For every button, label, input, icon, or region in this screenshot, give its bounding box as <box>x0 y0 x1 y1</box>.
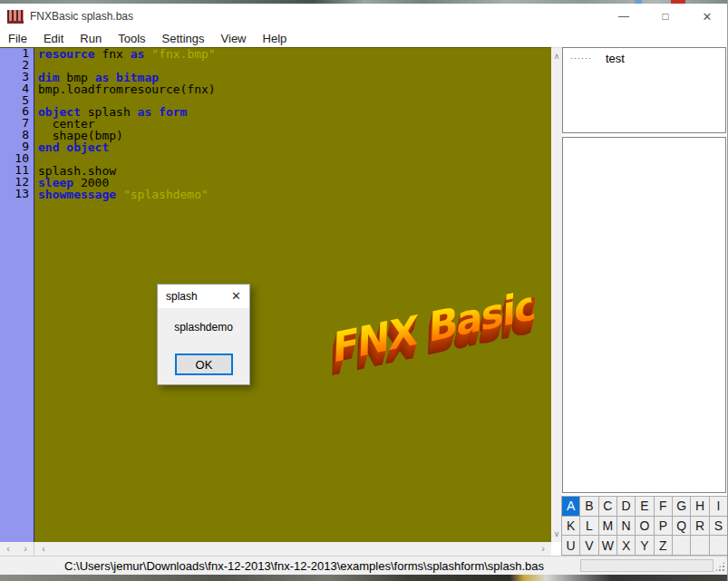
code-line[interactable]: bmp.loadfromresource(fnx) <box>38 84 216 96</box>
background-desktop-strip <box>0 575 728 581</box>
scroll-left-icon[interactable]: ‹ <box>37 542 50 556</box>
letter-cell-s[interactable]: S <box>710 517 727 536</box>
file-path-text: C:\Users\jemur\Downloads\fnx-12-2013\fnx… <box>0 559 551 573</box>
letter-cell-u[interactable]: U <box>562 536 579 555</box>
editor-vertical-scrollbar[interactable]: ∧ ∨ <box>551 47 562 542</box>
letter-cell-e[interactable]: E <box>636 497 653 516</box>
ok-button[interactable]: OK <box>175 353 233 375</box>
letter-cell-b[interactable]: B <box>580 497 597 516</box>
letter-cell-l[interactable]: L <box>580 517 597 536</box>
letter-cell-h[interactable]: H <box>691 497 708 516</box>
maximize-icon: □ <box>662 10 668 23</box>
status-bar: C:\Users\jemur\Downloads\fnx-12-2013\fnx… <box>0 556 728 575</box>
letter-cell-i[interactable]: I <box>710 497 727 516</box>
menu-item-tools[interactable]: Tools <box>110 30 153 47</box>
resize-grip[interactable] <box>714 561 725 572</box>
letter-cell-y[interactable]: Y <box>636 536 653 555</box>
code-line[interactable]: showmessage "splashdemo" <box>38 189 216 201</box>
letter-cell-d[interactable]: D <box>617 497 635 516</box>
letter-cell-k[interactable]: K <box>562 517 579 536</box>
letter-cell-m[interactable]: M <box>599 517 616 536</box>
menu-item-help[interactable]: Help <box>255 30 296 47</box>
letter-cell-z[interactable]: Z <box>655 536 672 555</box>
menu-item-edit[interactable]: Edit <box>35 30 72 47</box>
code-area[interactable]: resource fnx as "fnx.bmp"dim bmp as bitm… <box>38 49 216 201</box>
minimize-button[interactable]: — <box>603 4 645 29</box>
tree-branch-dots: ······ <box>570 53 592 63</box>
letter-cell-g[interactable]: G <box>673 497 690 516</box>
scroll-up-icon[interactable]: ∧ <box>551 50 562 63</box>
close-icon: ✕ <box>703 10 713 24</box>
dialog-message: splashdemo <box>158 321 249 334</box>
tree-item-test[interactable]: test <box>606 52 625 65</box>
letter-cell-q[interactable]: Q <box>673 517 690 536</box>
editor-horizontal-scrollbars: ‹ › ‹ › <box>0 542 551 556</box>
letter-cell-v[interactable]: V <box>580 536 597 555</box>
title-bar[interactable]: FNXBasic splash.bas — □ ✕ <box>0 4 728 29</box>
menu-item-view[interactable]: View <box>213 30 255 47</box>
fnx-basic-logo-depth: FNX Basic <box>324 283 538 372</box>
letter-cell-o[interactable]: O <box>636 517 653 536</box>
letter-cell-r[interactable]: R <box>691 517 708 536</box>
alphabet-grid: ABCDEFGHIKLMNOPQRSUVWXYZ <box>561 496 728 556</box>
gutter-horizontal-scrollbar[interactable]: ‹ › <box>0 542 34 556</box>
scroll-right-icon[interactable]: › <box>19 542 32 556</box>
caption-buttons: — □ ✕ <box>603 4 728 29</box>
fnx-basic-logo: FNX Basic FNX Basic <box>318 257 547 415</box>
menu-item-run[interactable]: Run <box>72 30 110 47</box>
status-sunken-panel <box>580 559 713 572</box>
minimize-icon: — <box>618 10 629 23</box>
letter-cell-empty <box>673 536 690 555</box>
detail-list-panel[interactable] <box>562 137 726 493</box>
menu-bar: FileEditRunToolsSettingsViewHelp <box>0 29 728 47</box>
app-window: FNXBasic splash.bas — □ ✕ FileEditRunToo… <box>0 0 728 581</box>
scroll-right-icon[interactable]: › <box>537 542 549 556</box>
letter-cell-empty <box>691 536 708 555</box>
letter-cell-c[interactable]: C <box>599 497 616 516</box>
letter-cell-empty <box>710 536 727 555</box>
letter-cell-w[interactable]: W <box>599 536 616 555</box>
code-horizontal-scrollbar[interactable]: ‹ › <box>35 542 551 556</box>
fnx-app-icon <box>7 10 24 24</box>
letter-cell-f[interactable]: F <box>655 497 672 516</box>
line-number-gutter: 12345678910111213 <box>0 48 34 542</box>
letter-cell-x[interactable]: X <box>617 536 635 555</box>
code-editor[interactable]: 12345678910111213 resource fnx as "fnx.b… <box>0 47 551 542</box>
line-number: 13 <box>0 189 34 200</box>
letter-cell-p[interactable]: P <box>655 517 672 536</box>
window-title: FNXBasic splash.bas <box>30 10 133 23</box>
letter-cell-a[interactable]: A <box>562 497 579 516</box>
letter-cell-n[interactable]: N <box>617 517 635 536</box>
fnx-basic-logo-face: FNX Basic <box>324 283 538 372</box>
dialog-title: splash <box>166 290 198 303</box>
dialog-close-icon[interactable]: ✕ <box>231 289 241 303</box>
menu-item-file[interactable]: File <box>0 30 35 47</box>
dialog-title-bar[interactable]: splash ✕ <box>158 285 249 308</box>
scroll-left-icon[interactable]: ‹ <box>2 542 15 556</box>
close-button[interactable]: ✕ <box>686 4 728 29</box>
maximize-button[interactable]: □ <box>645 4 686 29</box>
code-line[interactable]: end object <box>38 142 216 154</box>
splash-message-dialog: splash ✕ splashdemo OK <box>157 284 250 385</box>
code-line[interactable]: resource fnx as "fnx.bmp" <box>38 49 216 61</box>
menu-item-settings[interactable]: Settings <box>154 30 213 47</box>
project-tree-panel[interactable]: ······ test <box>562 47 726 133</box>
